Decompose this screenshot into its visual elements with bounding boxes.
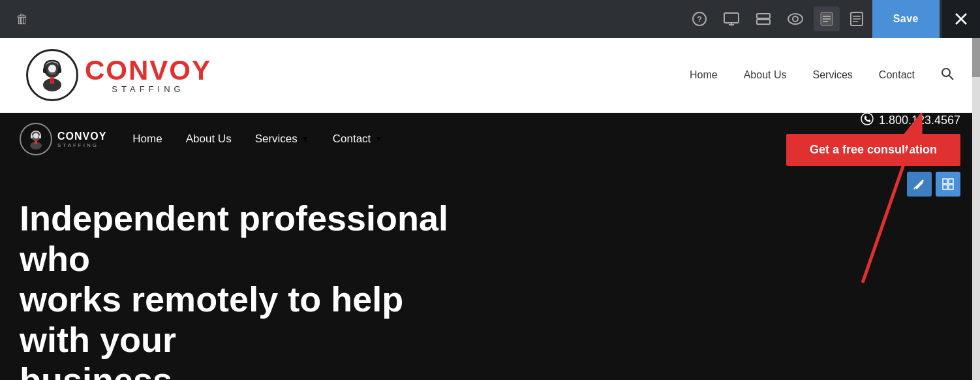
svg-rect-38 xyxy=(949,179,953,183)
svg-rect-39 xyxy=(943,185,947,189)
svg-rect-5 xyxy=(757,14,770,18)
dark-staffing-label: STAFFING xyxy=(57,142,106,148)
svg-point-27 xyxy=(942,69,950,76)
edit-grid-button[interactable] xyxy=(936,172,960,197)
svg-rect-32 xyxy=(39,135,41,138)
svg-line-36 xyxy=(914,187,915,189)
svg-rect-22 xyxy=(43,68,46,73)
svg-rect-6 xyxy=(757,20,770,24)
svg-rect-34 xyxy=(35,140,37,144)
cta-button[interactable]: Get a free consultation xyxy=(786,134,960,166)
svg-rect-40 xyxy=(949,185,953,189)
svg-point-7 xyxy=(788,14,803,24)
preview-header: CONVOY STAFFING Home About Us Services C… xyxy=(0,38,980,113)
hero-heading: Independent professional who works remot… xyxy=(20,198,476,380)
dark-nav-links: Home About Us Services ▼ Contact ▼ xyxy=(132,133,382,146)
page-icon[interactable] xyxy=(814,7,840,31)
white-nav-services[interactable]: Services xyxy=(813,69,853,81)
logo-staffing-text: STAFFING xyxy=(85,84,211,94)
svg-line-28 xyxy=(949,76,953,80)
dark-nav-right: 1.800.123.4567 Get a free consultation xyxy=(786,113,960,165)
editor-toolbar: 🗑 ? xyxy=(0,0,980,38)
template-icon[interactable] xyxy=(844,7,870,31)
edit-tools xyxy=(907,172,960,197)
svg-point-30 xyxy=(33,133,38,138)
phone-line: 1.800.123.4567 xyxy=(861,112,960,129)
hero-content: Independent professional who works remot… xyxy=(0,165,980,380)
dark-nav-services-item[interactable]: Services ▼ xyxy=(255,133,309,146)
logo-text-area: CONVOY STAFFING xyxy=(85,57,211,94)
svg-rect-23 xyxy=(58,68,61,73)
phone-number: 1.800.123.4567 xyxy=(879,114,960,127)
svg-rect-37 xyxy=(943,179,947,183)
dark-nav-about[interactable]: About Us xyxy=(186,133,232,146)
toolbar-icon-group: ? xyxy=(686,7,870,31)
eye-icon[interactable] xyxy=(781,8,810,30)
svg-rect-31 xyxy=(31,135,33,138)
logo-area: CONVOY STAFFING xyxy=(26,49,211,101)
dark-nav-contact-item[interactable]: Contact ▼ xyxy=(333,133,382,146)
monitor-icon[interactable] xyxy=(717,7,746,31)
search-icon[interactable] xyxy=(941,67,954,84)
dark-nav: CONVOY STAFFING Home About Us Services ▼… xyxy=(0,113,980,165)
help-icon[interactable]: ? xyxy=(686,7,713,31)
svg-point-8 xyxy=(793,16,798,22)
contact-chevron-icon: ▼ xyxy=(375,135,382,144)
trash-icon[interactable]: 🗑 xyxy=(10,7,34,32)
logo-convoy-text: CONVOY xyxy=(85,57,211,84)
white-nav-about[interactable]: About Us xyxy=(744,69,787,81)
close-button[interactable] xyxy=(942,0,980,38)
phone-icon xyxy=(861,112,874,129)
dark-section: CONVOY STAFFING Home About Us Services ▼… xyxy=(0,113,980,380)
edit-pencil-button[interactable] xyxy=(907,172,932,197)
svg-point-35 xyxy=(861,113,873,125)
dark-nav-services[interactable]: Services xyxy=(255,133,298,146)
hero-heading-line3: business. xyxy=(20,360,182,380)
scrollbar-thumb[interactable] xyxy=(972,38,980,77)
logo-circle xyxy=(26,49,78,101)
svg-rect-2 xyxy=(724,13,739,23)
svg-point-21 xyxy=(48,65,56,72)
layout-icon[interactable] xyxy=(750,8,777,30)
dark-logo: CONVOY STAFFING xyxy=(20,123,106,155)
dark-convoy-label: CONVOY xyxy=(57,131,106,142)
dark-logo-circle xyxy=(20,123,52,155)
white-nav-contact[interactable]: Contact xyxy=(879,69,915,81)
svg-text:?: ? xyxy=(697,14,702,24)
white-nav-home[interactable]: Home xyxy=(690,69,718,81)
services-chevron-icon: ▼ xyxy=(301,135,309,144)
hero-heading-line1: Independent professional who xyxy=(20,198,448,278)
scrollbar[interactable] xyxy=(972,38,980,380)
dark-nav-contact[interactable]: Contact xyxy=(333,133,371,146)
save-button[interactable]: Save xyxy=(872,0,940,38)
hero-heading-line2: works remotely to help with your xyxy=(20,279,403,359)
white-nav: Home About Us Services Contact xyxy=(690,67,954,84)
dark-nav-home[interactable]: Home xyxy=(132,133,162,146)
dark-logo-text: CONVOY STAFFING xyxy=(57,131,106,148)
